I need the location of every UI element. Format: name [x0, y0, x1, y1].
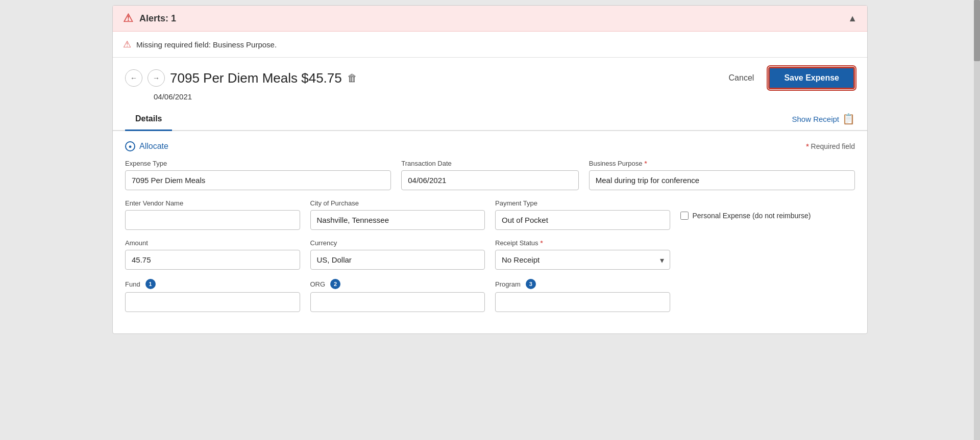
payment-type-input[interactable]: [495, 210, 670, 230]
form-row-3: Amount Currency Receipt Status * No Rece…: [125, 239, 855, 270]
scrollbar-thumb[interactable]: [974, 0, 980, 61]
nav-forward-button[interactable]: →: [148, 69, 165, 87]
transaction-date-input[interactable]: [401, 170, 579, 190]
show-receipt-button[interactable]: Show Receipt 📋: [792, 113, 855, 130]
city-of-purchase-group: City of Purchase: [310, 199, 485, 230]
alert-chevron-icon: ▲: [848, 13, 857, 24]
city-of-purchase-label: City of Purchase: [310, 199, 485, 207]
program-label: Program 3: [495, 279, 670, 289]
expense-date: 04/06/2021: [113, 92, 867, 109]
alert-body-message: Missing required field: Business Purpose…: [136, 40, 277, 49]
receipt-status-group: Receipt Status * No Receipt Receipt Atta…: [495, 239, 670, 270]
form-row-4: Fund 1 ORG 2 Program 3: [125, 279, 855, 312]
tabs-bar: Details Show Receipt 📋: [113, 109, 867, 131]
receipt-status-select[interactable]: No Receipt Receipt Attached Receipt Miss…: [495, 250, 670, 270]
alert-body: ⚠ Missing required field: Business Purpo…: [113, 32, 867, 58]
transaction-date-group: Transaction Date: [401, 160, 579, 190]
alert-title: Alerts: 1: [139, 13, 176, 24]
cancel-button[interactable]: Cancel: [723, 69, 761, 87]
vendor-name-group: Enter Vendor Name: [125, 199, 300, 230]
delete-icon[interactable]: 🗑: [347, 72, 357, 84]
save-expense-button[interactable]: Save Expense: [768, 67, 855, 89]
nav-back-button[interactable]: ←: [125, 69, 142, 87]
org-badge: 2: [330, 279, 340, 289]
form-area: ● Allocate * Required field Expense Type…: [113, 131, 867, 333]
business-purpose-input[interactable]: [589, 170, 855, 190]
receipt-status-select-wrapper: No Receipt Receipt Attached Receipt Miss…: [495, 250, 670, 270]
program-group: Program 3: [495, 279, 670, 312]
scrollbar[interactable]: [974, 0, 980, 440]
expense-title: 7095 Per Diem Meals $45.75 🗑: [170, 70, 357, 86]
fund-input[interactable]: [125, 292, 300, 312]
personal-expense-group: Personal Expense (do not reimburse): [680, 199, 855, 220]
org-group: ORG 2: [310, 279, 485, 312]
amount-input[interactable]: [125, 250, 300, 270]
form-row-1: Expense Type Transaction Date Business P…: [125, 160, 855, 190]
currency-group: Currency: [310, 239, 485, 270]
business-purpose-label: Business Purpose *: [589, 160, 855, 167]
program-input[interactable]: [495, 292, 670, 312]
currency-input[interactable]: [310, 250, 485, 270]
expense-header: ← → 7095 Per Diem Meals $45.75 🗑 Cancel …: [113, 58, 867, 92]
personal-expense-label: Personal Expense (do not reimburse): [693, 212, 811, 220]
amount-label: Amount: [125, 239, 300, 247]
required-field-note: * Required field: [806, 142, 855, 150]
receipt-icon: 📋: [842, 113, 855, 125]
expense-type-group: Expense Type: [125, 160, 391, 190]
transaction-date-label: Transaction Date: [401, 160, 579, 167]
expense-type-label: Expense Type: [125, 160, 391, 167]
personal-expense-checkbox[interactable]: [680, 212, 689, 220]
expense-type-input[interactable]: [125, 170, 391, 190]
fund-label: Fund 1: [125, 279, 300, 289]
vendor-name-label: Enter Vendor Name: [125, 199, 300, 207]
program-badge: 3: [526, 279, 536, 289]
form-row-2: Enter Vendor Name City of Purchase Payme…: [125, 199, 855, 230]
alert-header[interactable]: ⚠ Alerts: 1 ▲: [113, 6, 867, 32]
city-of-purchase-input[interactable]: [310, 210, 485, 230]
payment-type-label: Payment Type: [495, 199, 670, 207]
amount-group: Amount: [125, 239, 300, 270]
vendor-name-input[interactable]: [125, 210, 300, 230]
tab-details[interactable]: Details: [125, 109, 172, 131]
fund-group: Fund 1: [125, 279, 300, 312]
payment-type-group: Payment Type: [495, 199, 670, 230]
receipt-status-label: Receipt Status *: [495, 239, 670, 247]
allocate-link[interactable]: Allocate: [139, 142, 168, 151]
alert-body-icon: ⚠: [123, 39, 131, 50]
org-label: ORG 2: [310, 279, 485, 289]
allocate-section: ● Allocate: [125, 141, 168, 151]
alert-icon: ⚠: [123, 12, 133, 25]
org-input[interactable]: [310, 292, 485, 312]
currency-label: Currency: [310, 239, 485, 247]
business-purpose-group: Business Purpose *: [589, 160, 855, 190]
fund-badge: 1: [145, 279, 156, 289]
allocate-globe-icon: ●: [125, 141, 135, 151]
